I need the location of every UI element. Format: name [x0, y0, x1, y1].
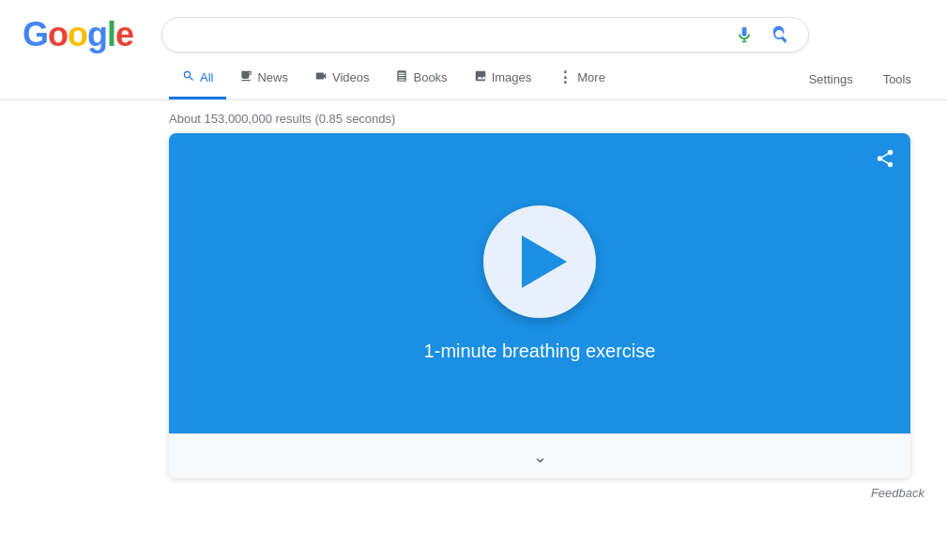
- more-dots-icon: ⋮: [558, 70, 573, 85]
- main-content: 1-minute breathing exercise ⌄: [0, 133, 947, 478]
- settings-link[interactable]: Settings: [796, 61, 866, 98]
- search-button[interactable]: [767, 25, 793, 44]
- images-icon: [474, 69, 487, 85]
- logo-o2: o: [68, 15, 87, 53]
- books-icon: [395, 69, 408, 85]
- tab-more[interactable]: ⋮ More: [544, 59, 619, 99]
- logo-g: G: [23, 15, 48, 53]
- tab-books-label: Books: [413, 70, 447, 84]
- video-card: 1-minute breathing exercise ⌄: [169, 133, 910, 478]
- tab-all-label: All: [200, 70, 213, 84]
- tools-link[interactable]: Tools: [870, 61, 924, 98]
- share-button[interactable]: [875, 148, 895, 172]
- tab-news-label: News: [257, 70, 288, 84]
- header: Google breathing exercise: [0, 0, 947, 54]
- logo-l: l: [107, 15, 115, 53]
- chevron-down-icon: ⌄: [533, 446, 547, 467]
- tab-images-label: Images: [492, 70, 532, 84]
- voice-search-button[interactable]: [731, 25, 757, 44]
- logo-g2: g: [87, 15, 107, 53]
- tab-more-label: More: [577, 70, 605, 84]
- videos-icon: [314, 69, 328, 85]
- tab-images[interactable]: Images: [461, 58, 545, 99]
- all-icon: [182, 69, 195, 85]
- search-input[interactable]: breathing exercise: [177, 26, 722, 43]
- video-panel: 1-minute breathing exercise: [169, 133, 910, 433]
- play-button[interactable]: [483, 205, 596, 318]
- tab-videos[interactable]: Videos: [301, 58, 383, 99]
- play-icon: [522, 235, 567, 288]
- feedback-link[interactable]: Feedback: [0, 478, 947, 507]
- logo-o1: o: [48, 15, 68, 53]
- news-icon: [239, 69, 252, 85]
- tab-news[interactable]: News: [226, 58, 301, 99]
- search-bar: breathing exercise: [161, 17, 809, 53]
- tab-books[interactable]: Books: [382, 58, 460, 99]
- google-logo: Google: [23, 15, 133, 54]
- tab-all[interactable]: All: [169, 58, 226, 99]
- logo-e: e: [115, 15, 133, 53]
- expand-panel[interactable]: ⌄: [169, 433, 910, 478]
- nav-tabs: All News Videos Books Images ⋮ More Sett…: [0, 58, 947, 100]
- tab-videos-label: Videos: [332, 70, 370, 84]
- video-title: 1-minute breathing exercise: [424, 341, 656, 362]
- results-summary: About 153,000,000 results (0.85 seconds): [0, 100, 947, 133]
